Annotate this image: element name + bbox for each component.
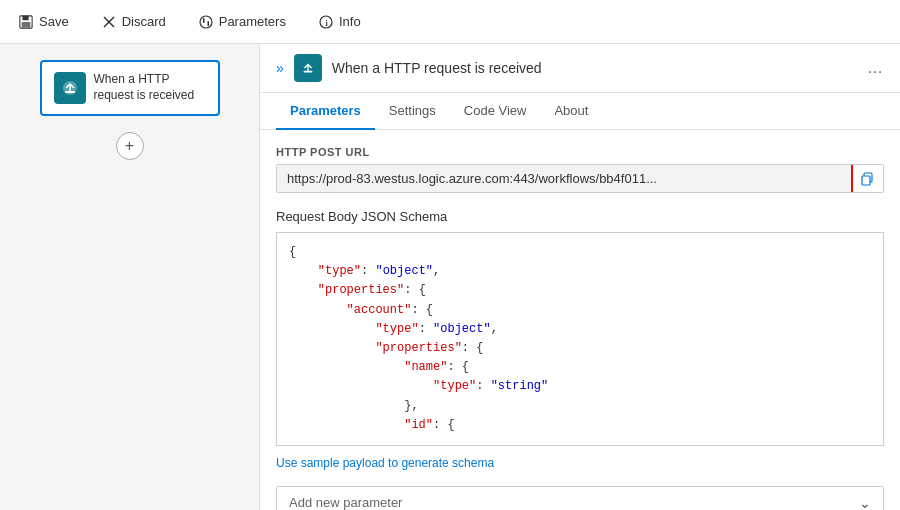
url-field-row: [276, 164, 884, 193]
svg-text:i: i: [325, 18, 328, 27]
json-line: "type": "object",: [289, 320, 871, 339]
url-input[interactable]: [277, 165, 851, 192]
tabs-bar: Parameters Settings Code View About: [260, 93, 900, 130]
tab-parameters[interactable]: Parameters: [276, 93, 375, 130]
sample-payload-link[interactable]: Use sample payload to generate schema: [276, 456, 494, 470]
add-parameter-dropdown[interactable]: Add new parameter ⌄: [276, 486, 884, 510]
node-card[interactable]: When a HTTP request is received: [40, 60, 220, 116]
svg-point-5: [200, 16, 212, 28]
panel-body: HTTP POST URL Request Body JSON Schema {…: [260, 130, 900, 510]
schema-label: Request Body JSON Schema: [276, 209, 884, 224]
add-step-button[interactable]: +: [116, 132, 144, 160]
json-line: },: [289, 397, 871, 416]
panel-title-icon: [294, 54, 322, 82]
info-icon: i: [318, 14, 334, 30]
copy-url-button[interactable]: [851, 165, 883, 192]
discard-icon: [101, 14, 117, 30]
json-line: "name": {: [289, 358, 871, 377]
info-label: Info: [339, 14, 361, 29]
json-line: "id": {: [289, 416, 871, 435]
parameters-button[interactable]: Parameters: [192, 10, 292, 34]
right-panel: » When a HTTP request is received … Para…: [260, 44, 900, 510]
svg-rect-11: [65, 91, 75, 93]
node-icon: [54, 72, 86, 104]
chevron-down-icon: ⌄: [859, 495, 871, 510]
toolbar: Save Discard Parameters i Info: [0, 0, 900, 44]
http-post-url-label: HTTP POST URL: [276, 146, 884, 158]
more-options-button[interactable]: …: [867, 59, 884, 77]
svg-rect-12: [303, 71, 312, 73]
panel-header: » When a HTTP request is received …: [260, 44, 900, 93]
main-area: When a HTTP request is received + » When…: [0, 44, 900, 510]
tab-about[interactable]: About: [540, 93, 602, 130]
expand-icon[interactable]: »: [276, 60, 284, 76]
save-button[interactable]: Save: [12, 10, 75, 34]
json-line: "type": "string": [289, 377, 871, 396]
tab-settings[interactable]: Settings: [375, 93, 450, 130]
json-line: {: [289, 243, 871, 262]
svg-rect-6: [203, 18, 205, 23]
parameters-label: Parameters: [219, 14, 286, 29]
json-line: "type": "object",: [289, 262, 871, 281]
left-panel: When a HTTP request is received +: [0, 44, 260, 510]
discard-label: Discard: [122, 14, 166, 29]
json-line: "account": {: [289, 301, 871, 320]
copy-icon: [861, 172, 875, 186]
save-label: Save: [39, 14, 69, 29]
add-param-label: Add new parameter: [289, 495, 402, 510]
discard-button[interactable]: Discard: [95, 10, 172, 34]
save-icon: [18, 14, 34, 30]
json-line: "properties": {: [289, 281, 871, 300]
svg-rect-7: [207, 21, 209, 26]
parameters-icon: [198, 14, 214, 30]
svg-rect-14: [862, 176, 870, 185]
json-line: "properties": {: [289, 339, 871, 358]
node-label: When a HTTP request is received: [94, 72, 206, 103]
svg-rect-2: [22, 22, 31, 27]
info-button[interactable]: i Info: [312, 10, 367, 34]
panel-title: When a HTTP request is received: [332, 60, 857, 76]
svg-rect-1: [23, 15, 29, 19]
tab-code-view[interactable]: Code View: [450, 93, 541, 130]
json-editor[interactable]: { "type": "object", "properties": { "acc…: [276, 232, 884, 446]
